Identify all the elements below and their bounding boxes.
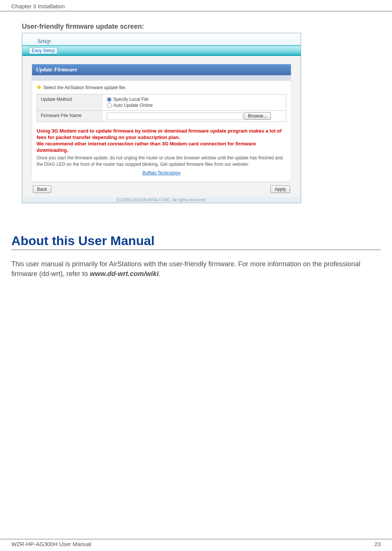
row-file-name: Firmware File Name Browse... [37, 111, 286, 122]
subtab-bar: Easy Setup [22, 46, 301, 56]
body-url: www.dd-wrt.com/wiki [90, 270, 158, 278]
radio-auto-label: Auto Update Online [113, 103, 153, 108]
tech-link-row: Buffalo Technology [37, 170, 286, 176]
label-file-name: Firmware File Name [37, 111, 103, 122]
page-footer: WZR-HP-AG300H User Manual 23 [0, 539, 392, 547]
radio-local-input[interactable] [107, 97, 112, 102]
body-prefix: This user manual is primarily for AirSta… [11, 260, 360, 278]
page-header: Chapter 3 Installation [0, 0, 392, 11]
apply-button[interactable]: Apply [271, 185, 290, 193]
file-path-input[interactable] [107, 113, 243, 120]
value-update-method: Specify Local File Auto Update Online [103, 94, 286, 110]
label-update-method: Update Method [37, 94, 103, 110]
tab-bar: Setup [22, 33, 301, 46]
update-panel: Update Firmware Select the AirStation fi… [32, 64, 291, 182]
panel-title: Update Firmware [32, 64, 291, 75]
button-row: Back Apply [32, 182, 291, 194]
footer-page: 23 [374, 541, 381, 547]
chapter-label: Chapter 3 Installation [11, 3, 65, 9]
warning-text: Using 3G Modem card to update firmware b… [37, 128, 286, 154]
section-heading: About this User Manual [11, 233, 381, 250]
content-area: User-friendly firmware update screen: Se… [0, 23, 392, 279]
buffalo-tech-link[interactable]: Buffalo Technology [143, 170, 181, 176]
router-screenshot: Setup Easy Setup Update Firmware Select … [22, 33, 301, 203]
router-body: Update Firmware Select the AirStation fi… [22, 56, 301, 197]
copyright-bar: (C)2000-2010 BUFFALO INC. All rights res… [22, 197, 301, 203]
body-paragraph: This user manual is primarily for AirSta… [11, 259, 381, 279]
radio-local-label: Specify Local File [113, 97, 149, 102]
body-suffix: . [158, 270, 160, 278]
browse-button[interactable]: Browse... [244, 112, 271, 120]
screenshot-caption: User-friendly firmware update screen: [22, 23, 381, 31]
subtab-easy-setup[interactable]: Easy Setup [29, 47, 57, 54]
tab-setup[interactable]: Setup [29, 35, 59, 45]
row-update-method: Update Method Specify Local File Auto Up… [37, 94, 286, 111]
back-button[interactable]: Back [33, 185, 51, 193]
radio-auto-online[interactable]: Auto Update Online [107, 103, 282, 108]
value-file-name: Browse... [103, 111, 286, 122]
radio-auto-input[interactable] [107, 103, 112, 108]
select-file-instruction: Select the AirStation firmware update fi… [37, 85, 286, 90]
note-text: Once you start the firmware update, do n… [37, 155, 286, 167]
radio-specify-local[interactable]: Specify Local File [107, 97, 282, 102]
panel-subbar [32, 75, 291, 80]
footer-product: WZR-HP-AG300H User Manual [11, 541, 91, 547]
panel-inner: Select the AirStation firmware update fi… [32, 80, 291, 182]
